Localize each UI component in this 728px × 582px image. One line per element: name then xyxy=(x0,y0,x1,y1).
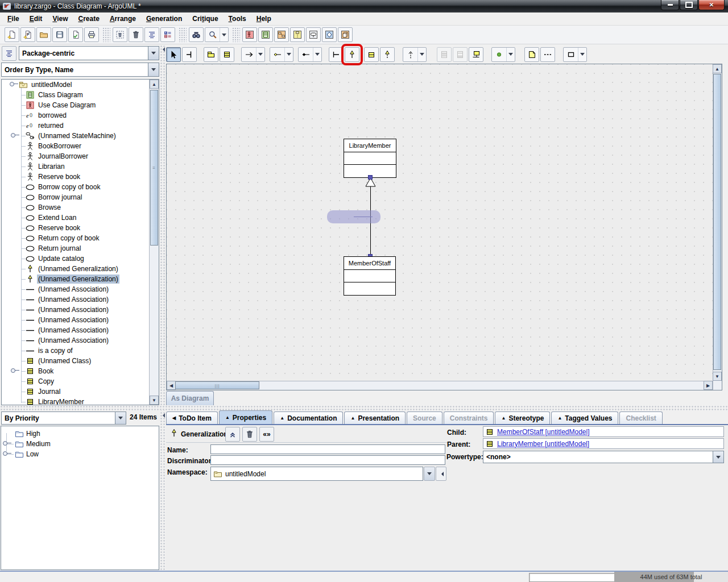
expand-handle-icon[interactable] xyxy=(3,451,7,456)
tree-item-reserve-book[interactable]: Reserve book xyxy=(2,223,149,233)
checklist-button[interactable] xyxy=(160,27,175,42)
minimize-button[interactable] xyxy=(661,0,679,10)
menu-file[interactable]: File xyxy=(2,14,24,24)
tree-item-unnamed-generalization[interactable]: (Unnamed Generalization) xyxy=(2,264,149,274)
explorer-vertical-scrollbar[interactable]: ▲ ≡ ▼ xyxy=(149,80,159,405)
tree-item-journalborrower[interactable]: JournalBorrower xyxy=(2,151,149,161)
namespace-dropdown-button[interactable] xyxy=(424,467,435,481)
new-association-button[interactable] xyxy=(241,47,265,62)
critique-browser-button[interactable] xyxy=(144,27,159,42)
tree-item-reserve-book[interactable]: Reserve book xyxy=(2,172,149,182)
menu-edit[interactable]: Edit xyxy=(24,14,48,24)
edge-handle-top[interactable] xyxy=(368,175,373,180)
expand-handle-icon[interactable] xyxy=(11,368,15,373)
scroll-up-button[interactable]: ▲ xyxy=(150,80,159,89)
tree-item-unnamed-association[interactable]: (Unnamed Association) xyxy=(2,325,149,335)
tab-as-diagram[interactable]: As Diagram xyxy=(166,391,214,405)
tree-item-borrow-copy-of-book[interactable]: Borrow copy of book xyxy=(2,182,149,192)
tree-item-update-catalog[interactable]: Update catalog xyxy=(2,253,149,264)
tree-item-browse[interactable]: Browse xyxy=(2,202,149,213)
tree-item-unnamed-generalization[interactable]: (Unnamed Generalization) xyxy=(2,274,149,284)
tab-presentation[interactable]: ▲Presentation xyxy=(344,411,406,424)
tree-item-borrowed[interactable]: e()borrowed xyxy=(2,110,149,120)
scroll-up-button[interactable]: ▲ xyxy=(713,64,722,73)
new-aggregation-dropdown[interactable] xyxy=(284,48,293,61)
zoom-dropdown[interactable] xyxy=(220,28,228,41)
find-button[interactable] xyxy=(189,27,204,42)
tree-item-unnamed-class[interactable]: (Unnamed Class) xyxy=(2,356,149,366)
new-interface-button[interactable] xyxy=(364,47,379,62)
new-class-diagram-button[interactable] xyxy=(258,27,273,42)
delete-from-model-button[interactable] xyxy=(129,27,143,42)
stereotypes-button[interactable]: «» xyxy=(259,427,274,442)
ordering-combo[interactable]: Order By Type, Name xyxy=(1,63,159,77)
expand-handle-icon[interactable] xyxy=(3,441,7,446)
open-project-button[interactable] xyxy=(36,27,51,42)
new-project-button[interactable]: P xyxy=(20,27,35,42)
attribute-compartment[interactable] xyxy=(344,152,396,165)
tree-item-unnamed-statemachine[interactable]: (Unnamed StateMachine) xyxy=(2,131,149,141)
collapse-left-icon[interactable] xyxy=(160,47,165,52)
tree-item-extend-loan[interactable]: Extend Loan xyxy=(2,213,149,223)
new-composition-dropdown[interactable] xyxy=(313,48,321,61)
tree-item-librarymember[interactable]: LibraryMember xyxy=(2,397,149,405)
tree-item-high[interactable]: High xyxy=(1,429,159,439)
new-association-dropdown[interactable] xyxy=(256,48,264,61)
new-generalization-button[interactable] xyxy=(345,47,359,62)
memory-monitor[interactable]: 44M used of 63M total xyxy=(614,572,728,582)
tree-item-journal[interactable]: Journal xyxy=(2,386,149,397)
operation-compartment[interactable] xyxy=(344,282,395,295)
todo-filter-combo[interactable]: By Priority xyxy=(1,411,126,425)
canvas-horizontal-scrollbar[interactable]: ◀ ||| ▶ xyxy=(167,381,713,390)
tab-stereotype[interactable]: ▲Stereotype xyxy=(495,411,550,424)
tree-item-returned[interactable]: e()returned xyxy=(2,120,149,131)
child-link[interactable]: MemberOfStaff [untitledModel] xyxy=(497,428,590,436)
save-project-as-button[interactable] xyxy=(68,27,83,42)
menu-view[interactable]: View xyxy=(47,14,73,24)
powertype-combo[interactable]: <none> xyxy=(483,451,724,463)
menu-generation[interactable]: Generation xyxy=(141,14,187,24)
new-association-end-button[interactable] xyxy=(329,47,344,62)
new-package-button[interactable] xyxy=(204,47,218,62)
perspective-config-button[interactable] xyxy=(2,46,16,61)
new-sequence-diagram-button[interactable] xyxy=(290,27,305,42)
namespace-back-button[interactable] xyxy=(436,467,446,481)
edge-name-label-selected[interactable] xyxy=(327,210,380,223)
scroll-left-button[interactable]: ◀ xyxy=(167,381,176,390)
menu-tools[interactable]: Tools xyxy=(224,14,251,24)
powertype-combo-arrow[interactable] xyxy=(713,451,723,463)
horizontal-splitter[interactable] xyxy=(0,405,728,410)
perspective-combo[interactable]: Package-centric xyxy=(19,46,159,60)
menu-arrange[interactable]: Arrange xyxy=(105,14,141,24)
delete-button[interactable] xyxy=(242,427,257,442)
save-project-button[interactable] xyxy=(52,27,67,42)
menu-help[interactable]: Help xyxy=(251,14,276,24)
tree-item-untitledmodel[interactable]: untitledModel xyxy=(2,80,149,90)
class-node-top[interactable]: LibraryMember xyxy=(344,139,396,178)
diagram-canvas[interactable]: LibraryMember MemberOfStaff xyxy=(167,64,713,381)
vertical-splitter[interactable] xyxy=(160,45,166,571)
tab-properties[interactable]: ▲Properties xyxy=(219,410,272,424)
expand-handle-icon[interactable] xyxy=(11,133,15,138)
tree-item-low[interactable]: Low xyxy=(1,449,159,459)
scroll-down-button[interactable]: ▼ xyxy=(713,372,722,381)
new-usecase-diagram-button[interactable] xyxy=(242,27,257,42)
broom-tool-button[interactable] xyxy=(182,47,197,62)
tree-item-unnamed-association[interactable]: (Unnamed Association) xyxy=(2,305,149,315)
tab-documentation[interactable]: ▲Documentation xyxy=(274,411,343,424)
tree-item-bookborrower[interactable]: BookBorrower xyxy=(2,141,149,151)
tree-item-return-copy-of-book[interactable]: Return copy of book xyxy=(2,233,149,243)
tree-item-unnamed-association[interactable]: (Unnamed Association) xyxy=(2,294,149,305)
restore-button[interactable] xyxy=(680,0,698,10)
attribute-compartment[interactable] xyxy=(344,270,395,282)
new-class-button[interactable] xyxy=(220,47,234,62)
canvas-vertical-scrollbar[interactable]: ▲ ▼ xyxy=(713,64,722,390)
tab-todo-item[interactable]: ◀ToDo Item xyxy=(166,411,218,424)
select-tool-button[interactable] xyxy=(166,47,181,62)
collapse-handle-icon[interactable] xyxy=(10,82,14,86)
new-dependency-dropdown[interactable] xyxy=(417,48,426,61)
tree-item-unnamed-association[interactable]: (Unnamed Association) xyxy=(2,315,149,325)
new-shape-dropdown[interactable] xyxy=(578,48,586,61)
menu-critique[interactable]: Critique xyxy=(187,14,223,24)
tab-tagged-values[interactable]: ▲Tagged Values xyxy=(551,411,618,424)
